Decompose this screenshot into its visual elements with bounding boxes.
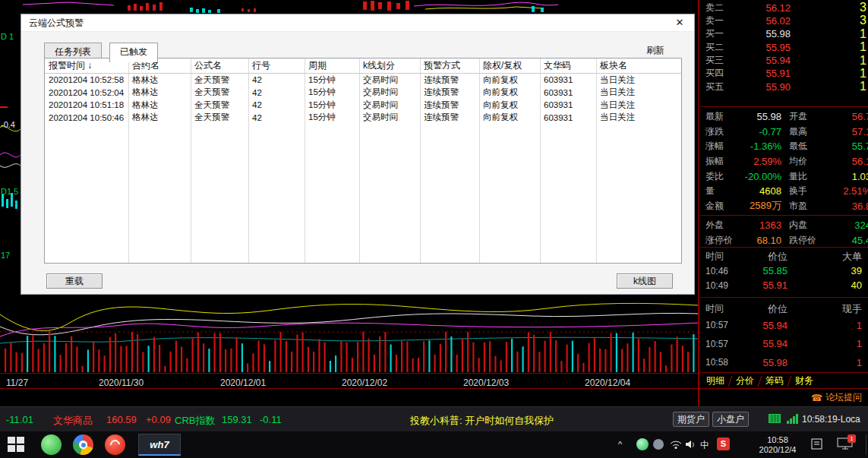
trade-row[interactable]: 10:57 55.94 1 (699, 316, 868, 335)
trade-volume: 40 (788, 280, 868, 291)
cell-line-no: 42 (248, 113, 305, 122)
trading-terminal-screen: D 1 -0.4 D1 5 17 11/27 2020/11/30 2020/1… (0, 0, 868, 458)
field-label: 涨跌 (699, 125, 733, 138)
system-clock[interactable]: 10:58 2020/12/4 (753, 435, 802, 454)
trade-row[interactable]: 10:49 55.91 40 (699, 278, 868, 292)
ime-indicator[interactable]: 中 (700, 439, 709, 458)
refresh-button[interactable]: 刷新 (646, 44, 664, 57)
wenhua-index-label[interactable]: 文华商品 (53, 414, 93, 428)
chrome-icon[interactable] (73, 434, 93, 455)
stock-account-button[interactable]: 小盘户 (712, 412, 749, 427)
wifi-icon[interactable] (670, 439, 682, 449)
notification-panel-icon[interactable] (811, 438, 823, 450)
trade-row[interactable]: 10:58 55.98 1 (699, 353, 868, 372)
order-book-row[interactable]: 卖二 56.12 3 (699, 1, 868, 14)
order-book-row[interactable]: 买二 55.95 1 (699, 40, 868, 53)
cell-adjust: 向前复权 (479, 99, 540, 111)
chart-left-edge: D 1 -0.4 D1 5 17 (0, 14, 21, 295)
cell-block-name: 当日关注 (596, 87, 681, 98)
field-label: 涨幅 (699, 140, 733, 153)
cell-alert-mode: 连续预警 (420, 112, 479, 123)
quote-summary-row: 金额 2589万 市盈 36.8 (699, 199, 868, 214)
volume-icon[interactable] (685, 440, 696, 450)
level-volume: 3 (791, 1, 868, 14)
trade-list-header: 时间 价位 现手 (699, 302, 868, 316)
kline-chart-button[interactable]: k线图 (617, 273, 673, 289)
futures-account-button[interactable]: 期货户 (673, 412, 709, 427)
level-volume: 1 (791, 27, 868, 41)
column-header-line-no[interactable]: 行号 (248, 59, 305, 72)
level-label: 卖二 (699, 2, 733, 14)
phone-icon: ☎ (811, 393, 822, 403)
sogou-input-icon[interactable]: S (717, 437, 730, 450)
crb-index-change: -0.11 (260, 414, 282, 425)
close-icon[interactable]: ✕ (673, 16, 687, 30)
tab-price-dist[interactable]: 分价 (731, 373, 759, 389)
level-price: 55.90 (733, 81, 791, 93)
cell-line-no: 42 (248, 100, 305, 109)
tray-expand-chevron-icon[interactable]: ^ (618, 440, 622, 458)
trade-time: 10:57 (699, 339, 742, 349)
field-value: 324 (819, 220, 868, 231)
cell-contract: 格林达 (128, 99, 191, 111)
axis-date: 11/27 (6, 377, 28, 388)
forum-link[interactable]: ☎ 论坛提问 (811, 391, 862, 404)
trade-row[interactable]: 10:57 55.94 1 (699, 335, 868, 354)
tray-monitor-icon[interactable]: 1 (837, 437, 854, 453)
reload-button[interactable]: 重载 (46, 273, 103, 289)
field-label: 振幅 (699, 155, 733, 168)
tray-coin-icon[interactable] (636, 438, 649, 450)
order-book-row[interactable]: 买一 55.98 1 (699, 27, 868, 40)
indicator-chart-canvas (0, 295, 699, 406)
order-book-row[interactable]: 买四 55.91 1 (699, 67, 868, 80)
column-header-adjust[interactable]: 除权/复权 (479, 59, 540, 72)
order-book-row[interactable]: 买五 55.90 1 (699, 80, 868, 93)
level-label: 买一 (699, 27, 733, 40)
trade-price: 55.94 (742, 320, 788, 331)
cell-adjust: 向前复权 (479, 74, 540, 86)
tab-triggered[interactable]: 已触发 (109, 43, 158, 62)
alert-row[interactable]: 20201204 10:51:18 格林达 全天预警 42 15分钟 交易时间 … (45, 99, 681, 112)
wenhua-app-task[interactable]: wh7 (138, 434, 181, 456)
alert-row[interactable]: 20201204 10:52:04 格林达 全天预警 42 15分钟 交易时间 … (45, 87, 681, 99)
trade-row[interactable]: 10:46 55.85 39 (699, 264, 868, 278)
level-label: 买三 (699, 54, 733, 67)
crb-index-label[interactable]: CRB指数 (175, 414, 215, 428)
column-header-wenhua-code[interactable]: 文华码 (540, 59, 596, 72)
cell-period: 15分钟 (305, 112, 359, 123)
field-value: 1.03 (819, 171, 868, 182)
cell-alert-time: 20201204 10:51:18 (45, 100, 128, 109)
column-header: 大单 (788, 250, 868, 264)
column-header-block-name[interactable]: 板块名 (596, 59, 681, 72)
column-header: 时间 (699, 302, 742, 315)
field-value: 2.51% (819, 185, 868, 197)
column-header-period[interactable]: 周期 (305, 59, 359, 72)
start-button[interactable] (8, 437, 27, 453)
column-header-formula[interactable]: 公式名 (191, 59, 248, 72)
field-label: 最新 (699, 110, 733, 123)
tab-detail[interactable]: 明细 (701, 373, 730, 389)
column-header-kline-split[interactable]: k线划分 (359, 59, 420, 72)
tray-app-icon[interactable] (653, 439, 664, 450)
order-book-row[interactable]: 卖一 56.02 3 (699, 14, 868, 27)
browser-360-icon[interactable] (41, 434, 62, 455)
show-desktop-strip[interactable] (866, 434, 866, 455)
alert-row[interactable]: 20201204 10:50:46 格林达 全天预警 42 15分钟 交易时间 … (45, 112, 681, 125)
axis-date: 2020/12/01 (220, 377, 266, 388)
level-label: 买五 (699, 81, 733, 93)
tab-finance[interactable]: 财务 (790, 373, 819, 389)
column-header-alert-mode[interactable]: 预警方式 (420, 59, 479, 72)
quote-summary-row: 涨跌 -0.77 最高 57.1 (699, 125, 868, 140)
order-book-row[interactable]: 买三 55.94 1 (699, 54, 868, 67)
quote-summary: 最新 55.98 开盘 56.7 涨跌 -0.77 最高 57.1 涨幅 -1.… (699, 109, 868, 213)
cell-formula: 全天预警 (191, 87, 248, 98)
cell-period: 15分钟 (305, 99, 359, 111)
clock-time: 10:58 (753, 435, 802, 445)
cell-kline-split: 交易时间 (359, 87, 420, 98)
alert-row[interactable]: 20201204 10:52:58 格林达 全天预警 42 15分钟 交易时间 … (45, 74, 681, 87)
field-label: 市盈 (781, 200, 819, 213)
dialog-title-bar[interactable]: 云端公式预警 ✕ (21, 14, 694, 32)
red-app-icon[interactable] (105, 434, 125, 455)
level-volume: 1 (791, 54, 868, 68)
tab-chips[interactable]: 筹码 (760, 373, 789, 389)
